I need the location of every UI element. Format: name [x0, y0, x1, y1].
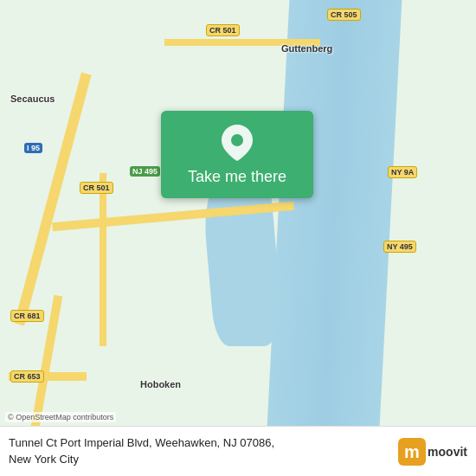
badge-nj495: NJ 495: [130, 166, 160, 177]
popup-label: Take me there: [188, 168, 286, 186]
label-secaucus: Secaucus: [10, 93, 55, 104]
svg-point-0: [231, 134, 243, 146]
label-hoboken: Hoboken: [140, 379, 181, 389]
moovit-logo: m moovit: [398, 438, 467, 466]
road-cr501-v: [100, 173, 106, 346]
moovit-wordmark: moovit: [428, 445, 467, 459]
label-guttenberg: Guttenberg: [281, 43, 332, 54]
moovit-icon: m: [398, 438, 426, 466]
badge-ny495: NY 495: [383, 241, 416, 253]
badge-cr681: CR 681: [10, 310, 44, 322]
address-info: Tunnel Ct Port Imperial Blvd, Weehawken,…: [9, 435, 391, 466]
address-text: Tunnel Ct Port Imperial Blvd, Weehawken,…: [9, 435, 391, 466]
take-me-there-popup[interactable]: Take me there: [161, 111, 313, 198]
badge-cr501-mid: CR 501: [80, 182, 113, 194]
badge-cr653: CR 653: [10, 370, 44, 383]
osm-attribution: © OpenStreetMap contributors: [5, 412, 116, 422]
badge-cr505: CR 505: [327, 9, 361, 21]
badge-ny9a: NY 9A: [388, 166, 417, 178]
svg-text:m: m: [404, 442, 420, 461]
map-container: CR 501 CR 505 CR 501 NJ 495 I 95 NY 9A N…: [0, 0, 476, 476]
location-pin-icon: [222, 125, 253, 161]
bottom-bar: Tunnel Ct Port Imperial Blvd, Weehawken,…: [0, 426, 476, 476]
badge-cr501-top: CR 501: [206, 24, 240, 36]
badge-i95: I 95: [24, 143, 42, 153]
